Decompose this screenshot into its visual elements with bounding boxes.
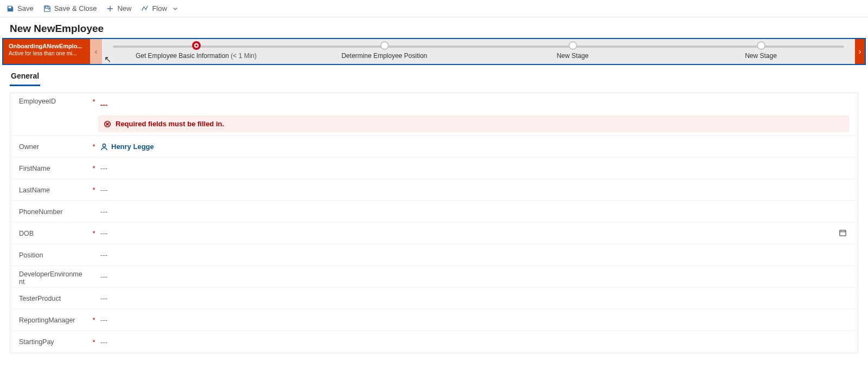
- bpf-stage-2-label: New Stage: [478, 52, 667, 60]
- field-first-name: FirstName * ---: [10, 158, 858, 179]
- label-dob: DOB: [19, 230, 90, 237]
- error-text: Required fields must be filled in.: [116, 120, 224, 128]
- flow-label: Flow: [152, 4, 167, 12]
- input-starting-pay[interactable]: ---: [98, 335, 849, 350]
- bpf-process-name: OnboardingANewEmplo...: [9, 42, 85, 50]
- label-reporting-mgr: ReportingManager: [19, 316, 90, 324]
- label-last-name: LastName: [19, 186, 90, 194]
- bpf-stage-1[interactable]: Determine Employee Position: [290, 39, 478, 64]
- chevron-down-icon: [173, 6, 178, 11]
- field-dev-env: DeveloperEnvironment ---: [10, 266, 858, 288]
- field-employee-id: EmployeeID * --- Required fields must be…: [10, 93, 858, 136]
- business-process-flow: OnboardingANewEmplo... Active for less t…: [2, 38, 866, 65]
- form-tabs: General: [0, 65, 868, 86]
- required-marker: *: [90, 186, 98, 194]
- new-button[interactable]: New: [106, 4, 131, 12]
- input-employee-id[interactable]: ---: [98, 98, 849, 112]
- field-dob: DOB * ---: [10, 223, 858, 244]
- field-tester-product: TesterProduct ---: [10, 288, 858, 309]
- form-panel: EmployeeID * --- Required fields must be…: [10, 93, 858, 353]
- field-last-name: LastName * ---: [10, 179, 858, 201]
- input-dev-env[interactable]: ---: [98, 269, 849, 284]
- chevron-right-icon: ›: [859, 47, 861, 56]
- bpf-stage-dot: [380, 41, 389, 50]
- person-icon: [100, 143, 108, 151]
- bpf-active-duration: Active for less than one mi...: [9, 50, 85, 57]
- bpf-stage-3[interactable]: New Stage: [667, 39, 855, 64]
- input-phone[interactable]: ---: [98, 204, 849, 219]
- label-starting-pay: StartingPay: [19, 338, 90, 346]
- save-close-icon: [43, 5, 51, 12]
- field-phone: PhoneNumber ---: [10, 201, 858, 223]
- input-dob[interactable]: ---: [98, 225, 849, 242]
- required-marker: *: [90, 164, 98, 172]
- bpf-stage-dot: [569, 41, 577, 50]
- svg-rect-2: [840, 230, 846, 235]
- command-bar: Save Save & Close New Flow: [0, 0, 868, 17]
- field-position: Position ---: [10, 244, 858, 266]
- required-marker: *: [90, 316, 98, 324]
- required-marker: *: [90, 98, 98, 106]
- owner-lookup-value[interactable]: Henry Legge: [100, 143, 154, 151]
- label-tester-product: TesterProduct: [19, 295, 90, 302]
- bpf-stage-0-sublabel: (< 1 Min): [231, 52, 257, 60]
- bpf-stage-3-label: New Stage: [667, 52, 855, 60]
- label-owner: Owner: [19, 143, 90, 151]
- flow-button[interactable]: Flow: [141, 4, 177, 12]
- save-close-label: Save & Close: [54, 4, 97, 12]
- svg-point-1: [103, 144, 105, 146]
- label-employee-id: EmployeeID: [19, 98, 90, 105]
- bpf-stage-0[interactable]: Get Employee Basic Information (< 1 Min): [102, 39, 290, 64]
- save-icon: [7, 5, 14, 12]
- input-position[interactable]: ---: [98, 248, 849, 262]
- bpf-next-button[interactable]: ›: [855, 39, 865, 64]
- page-title: New NewEmployee: [0, 17, 868, 38]
- field-reporting-mgr: ReportingManager * ---: [10, 309, 858, 331]
- bpf-stage-dot: [757, 41, 765, 50]
- save-close-button[interactable]: Save & Close: [43, 4, 97, 12]
- required-marker: *: [90, 229, 98, 237]
- flow-icon: [141, 5, 149, 12]
- bpf-stage-1-label: Determine Employee Position: [290, 52, 478, 60]
- save-label: Save: [17, 4, 34, 12]
- owner-name: Henry Legge: [111, 143, 154, 151]
- field-starting-pay: StartingPay * ---: [10, 331, 858, 353]
- label-first-name: FirstName: [19, 165, 90, 172]
- tab-general[interactable]: General: [10, 69, 40, 86]
- input-last-name[interactable]: ---: [98, 183, 849, 197]
- bpf-collapse-button[interactable]: ‹: [90, 39, 102, 64]
- input-owner[interactable]: Henry Legge: [98, 139, 849, 154]
- bpf-process-info[interactable]: OnboardingANewEmplo... Active for less t…: [3, 39, 90, 64]
- bpf-stage-0-label: Get Employee Basic Information: [136, 52, 229, 60]
- label-position: Position: [19, 251, 90, 259]
- required-marker: *: [90, 338, 98, 346]
- required-marker: *: [90, 143, 98, 151]
- label-phone: PhoneNumber: [19, 208, 90, 216]
- error-icon: [104, 120, 111, 128]
- calendar-icon[interactable]: [839, 229, 847, 238]
- bpf-stages: Get Employee Basic Information (< 1 Min)…: [102, 39, 855, 64]
- bpf-stage-2[interactable]: New Stage: [478, 39, 667, 64]
- new-label: New: [117, 4, 131, 12]
- input-reporting-mgr[interactable]: ---: [98, 313, 849, 327]
- chevron-left-icon: ‹: [95, 47, 98, 56]
- save-button[interactable]: Save: [7, 4, 34, 12]
- bpf-stage-dot-active: [192, 41, 201, 50]
- plus-icon: [106, 5, 114, 12]
- label-dev-env: DeveloperEnvironment: [19, 266, 90, 286]
- input-tester-product[interactable]: ---: [98, 291, 849, 306]
- input-first-name[interactable]: ---: [98, 161, 849, 176]
- validation-error: Required fields must be filled in.: [98, 115, 849, 132]
- field-owner: Owner * Henry Legge: [10, 136, 858, 158]
